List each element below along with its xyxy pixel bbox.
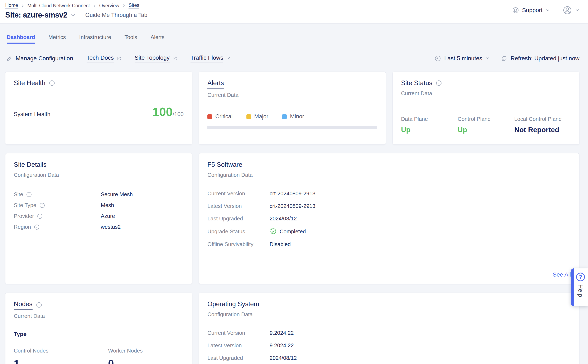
info-icon[interactable] (39, 202, 45, 208)
f5-software-title: F5 Software (207, 161, 242, 169)
dashboard-toolbar: Manage Configuration Tech Docs Site Topo… (6, 54, 579, 62)
provider-label: Provider (14, 213, 34, 219)
minor-swatch (282, 114, 287, 119)
control-nodes-stat: Control Nodes 1 (14, 348, 108, 364)
info-icon[interactable] (26, 192, 32, 197)
provider-value: Azure (101, 213, 184, 219)
breadcrumb-sites[interactable]: Sites (129, 2, 139, 9)
data-plane-label: Data Plane (401, 116, 458, 122)
site-status-title: Site Status (401, 79, 432, 87)
help-label: Help (577, 284, 584, 297)
tab-bar: Dashboard Metrics Infrastructure Tools A… (7, 34, 588, 44)
system-health-score: 100/100 (153, 105, 184, 119)
refresh-button[interactable]: Refresh: Updated just now (501, 55, 579, 62)
site-status-card: Site Status Current Data Data Plane Up C… (393, 72, 579, 145)
info-icon[interactable] (49, 80, 55, 86)
control-nodes-label: Control Nodes (14, 348, 108, 354)
os-last-upgraded-value: 2024/08/12 (270, 355, 571, 361)
site-topology-link[interactable]: Site Topology (135, 54, 178, 62)
legend-item-critical[interactable]: Critical (207, 113, 233, 120)
offline-survivability-label: Offline Survivability (207, 241, 270, 247)
last-upgraded-label: Last Upgraded (207, 215, 270, 222)
f5-software-subtitle: Configuration Data (207, 172, 571, 178)
chevron-down-icon (575, 8, 580, 13)
site-type-label-row: Site Type (14, 202, 101, 208)
tab-alerts[interactable]: Alerts (150, 34, 164, 44)
site-type-label: Site Type (14, 202, 36, 208)
alerts-title-link[interactable]: Alerts (207, 79, 224, 89)
offline-survivability-value: Disabled (270, 241, 571, 247)
site-label-row: Site (14, 191, 101, 198)
refresh-icon (501, 55, 507, 62)
legend-item-minor[interactable]: Minor (282, 113, 304, 120)
breadcrumb-item: Multi-Cloud Network Connect (27, 3, 90, 9)
region-label: Region (14, 224, 31, 230)
system-health-label: System Health (14, 111, 51, 117)
traffic-flows-link[interactable]: Traffic Flows (191, 54, 231, 62)
tab-dashboard[interactable]: Dashboard (7, 34, 35, 44)
tab-infrastructure[interactable]: Infrastructure (79, 34, 111, 44)
completed-check-icon (270, 228, 277, 235)
manage-configuration-button[interactable]: Manage Configuration (6, 55, 73, 62)
site-selector-chevron-icon[interactable] (70, 12, 76, 18)
info-icon[interactable] (37, 213, 43, 219)
see-all-link[interactable]: See All (553, 271, 571, 278)
current-version-label: Current Version (207, 190, 270, 197)
external-link-icon (116, 56, 122, 61)
worker-nodes-label: Worker Nodes (108, 348, 184, 354)
alerts-subtitle: Current Data (207, 92, 377, 98)
clock-icon (434, 55, 441, 62)
tab-metrics[interactable]: Metrics (48, 34, 66, 44)
current-version-value: crt-20240809-2913 (270, 190, 571, 197)
tech-docs-label: Tech Docs (87, 54, 114, 62)
site-details-subtitle: Configuration Data (14, 172, 184, 178)
info-icon[interactable] (34, 224, 40, 230)
nodes-title-link[interactable]: Nodes (14, 300, 32, 310)
breadcrumb-home[interactable]: Home (5, 2, 18, 9)
os-current-version-value: 9.2024.22 (270, 330, 571, 336)
latest-version-label: Latest Version (207, 203, 270, 209)
chevron-right-icon (122, 4, 126, 8)
operating-system-subtitle: Configuration Data (207, 311, 571, 318)
info-icon[interactable] (36, 302, 42, 308)
local-control-plane-status: Local Control Plane Not Reported (514, 116, 571, 134)
alerts-bar (207, 126, 377, 129)
breadcrumb: Home Multi-Cloud Network Connect Overvie… (5, 2, 580, 9)
site-label: Site (14, 191, 23, 198)
external-link-icon (172, 56, 178, 61)
guide-me-link[interactable]: Guide Me Through a Tab (85, 12, 148, 18)
dashboard-grid: Site Health System Health 100/100 Alerts… (5, 72, 579, 364)
operating-system-title: Operating System (207, 300, 259, 308)
breadcrumb-item: Overview (99, 3, 119, 9)
latest-version-value: crt-20240809-2913 (270, 203, 571, 209)
legend-item-major[interactable]: Major (246, 113, 269, 120)
upgrade-status-value: Completed (280, 228, 306, 235)
nodes-type-label: Type (14, 331, 184, 338)
user-avatar-icon (562, 6, 572, 15)
local-control-plane-label: Local Control Plane (514, 116, 571, 122)
control-plane-status: Control Plane Up (458, 116, 514, 134)
minor-label: Minor (290, 113, 304, 120)
worker-nodes-stat: Worker Nodes 0 (108, 348, 184, 364)
os-latest-version-label: Latest Version (207, 342, 270, 349)
os-last-upgraded-label: Last Upgraded (207, 355, 270, 361)
critical-swatch (207, 114, 212, 119)
account-menu[interactable] (562, 6, 580, 15)
time-range-selector[interactable]: Last 5 minutes (434, 55, 490, 62)
nodes-card: Nodes Current Data Type Control Nodes 1 … (5, 292, 192, 364)
data-plane-status: Data Plane Up (401, 116, 458, 134)
upgrade-status-label: Upgrade Status (207, 228, 270, 235)
critical-label: Critical (215, 113, 233, 120)
os-current-version-label: Current Version (207, 330, 270, 336)
info-icon[interactable] (436, 80, 442, 86)
help-widget[interactable]: Help (571, 268, 588, 306)
traffic-flows-label: Traffic Flows (191, 54, 223, 62)
nodes-subtitle: Current Data (14, 313, 184, 319)
support-menu[interactable]: Support (512, 7, 550, 14)
upgrade-status-value-row: Completed (270, 228, 571, 235)
tab-tools[interactable]: Tools (125, 34, 137, 44)
tech-docs-link[interactable]: Tech Docs (87, 54, 122, 62)
worker-nodes-value: 0 (108, 358, 184, 364)
site-topology-label: Site Topology (135, 54, 170, 62)
chevron-right-icon (92, 4, 97, 8)
